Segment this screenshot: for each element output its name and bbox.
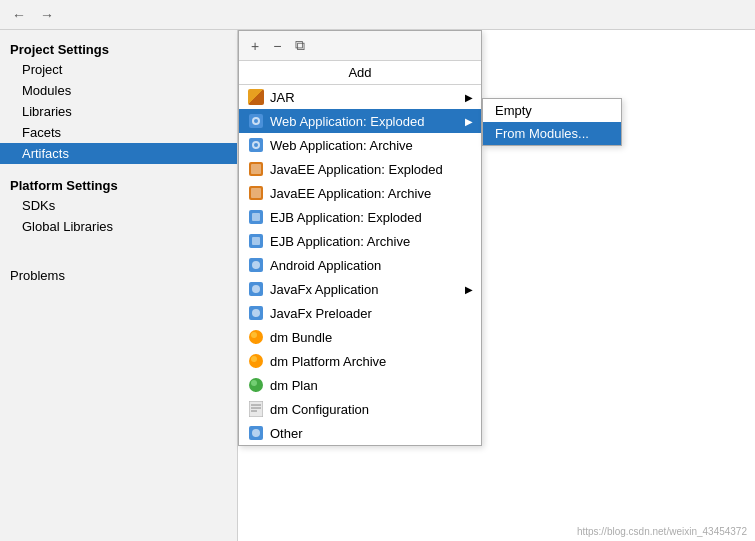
menu-item-javafx[interactable]: JavaFx Application ▶	[239, 277, 481, 301]
menu-item-dm-bundle[interactable]: dm Bundle	[239, 325, 481, 349]
remove-item-button[interactable]: −	[269, 36, 285, 56]
menu-item-dm-platform[interactable]: dm Platform Archive	[239, 349, 481, 373]
dm-platform-icon	[247, 352, 265, 370]
web-app-exploded-icon	[247, 112, 265, 130]
svg-point-2	[254, 119, 258, 123]
svg-rect-26	[249, 401, 263, 417]
menu-item-other[interactable]: Other	[239, 421, 481, 445]
menu-item-ejb-exploded[interactable]: EJB Application: Exploded	[239, 205, 481, 229]
add-menu-title: Add	[239, 61, 481, 85]
back-button[interactable]: ←	[8, 5, 30, 25]
jar-icon	[247, 88, 265, 106]
javafx-icon	[247, 280, 265, 298]
menu-item-javaee-archive[interactable]: JavaEE Application: Archive	[239, 181, 481, 205]
svg-rect-13	[252, 237, 260, 245]
svg-point-17	[252, 285, 260, 293]
svg-rect-7	[251, 164, 261, 174]
ejb-exploded-icon	[247, 208, 265, 226]
menu-item-web-app-exploded[interactable]: Web Application: Exploded ▶	[239, 109, 481, 133]
svg-rect-9	[251, 188, 261, 198]
svg-point-19	[252, 309, 260, 317]
dm-config-icon	[247, 400, 265, 418]
sidebar-item-project[interactable]: Project	[0, 59, 237, 80]
project-settings-title: Project Settings	[0, 36, 237, 59]
sidebar-item-global-libraries[interactable]: Global Libraries	[0, 216, 237, 237]
menu-item-dm-config[interactable]: dm Configuration	[239, 397, 481, 421]
copy-item-button[interactable]: ⧉	[291, 35, 309, 56]
sidebar-item-problems[interactable]: Problems	[10, 265, 227, 286]
svg-rect-11	[252, 213, 260, 221]
dm-plan-icon	[247, 376, 265, 394]
menu-item-jar[interactable]: JAR ▶	[239, 85, 481, 109]
arrow-icon: ▶	[465, 116, 473, 127]
svg-point-23	[251, 356, 257, 362]
javaee-exploded-icon	[247, 160, 265, 178]
nav-toolbar: ← →	[0, 0, 755, 30]
submenu-item-from-modules[interactable]: From Modules...	[483, 122, 621, 145]
menu-item-android[interactable]: Android Application	[239, 253, 481, 277]
arrow-icon: ▶	[465, 284, 473, 295]
svg-point-15	[252, 261, 260, 269]
svg-point-5	[254, 143, 258, 147]
menu-item-javafx-preloader[interactable]: JavaFx Preloader	[239, 301, 481, 325]
svg-point-31	[252, 429, 260, 437]
menu-item-javaee-exploded[interactable]: JavaEE Application: Exploded	[239, 157, 481, 181]
javafx-preloader-icon	[247, 304, 265, 322]
svg-point-21	[251, 332, 257, 338]
android-icon	[247, 256, 265, 274]
content-area: + − ⧉ Add JAR ▶ Web Application: Explode…	[238, 30, 755, 541]
submenu: Empty From Modules...	[482, 98, 622, 146]
watermark: https://blog.csdn.net/weixin_43454372	[577, 526, 747, 537]
menu-item-dm-plan[interactable]: dm Plan	[239, 373, 481, 397]
other-icon	[247, 424, 265, 442]
add-menu-toolbar: + − ⧉	[239, 31, 481, 61]
arrow-icon: ▶	[465, 92, 473, 103]
ejb-archive-icon	[247, 232, 265, 250]
platform-settings-title: Platform Settings	[0, 172, 237, 195]
sidebar-item-sdks[interactable]: SDKs	[0, 195, 237, 216]
svg-point-25	[251, 380, 257, 386]
add-item-button[interactable]: +	[247, 36, 263, 56]
javaee-archive-icon	[247, 184, 265, 202]
menu-item-web-app-archive[interactable]: Web Application: Archive	[239, 133, 481, 157]
sidebar-item-libraries[interactable]: Libraries	[0, 101, 237, 122]
sidebar-item-facets[interactable]: Facets	[0, 122, 237, 143]
forward-button[interactable]: →	[36, 5, 58, 25]
sidebar-item-modules[interactable]: Modules	[0, 80, 237, 101]
sidebar-item-artifacts[interactable]: Artifacts	[0, 143, 237, 164]
sidebar: Project Settings Project Modules Librari…	[0, 30, 238, 541]
submenu-item-empty[interactable]: Empty	[483, 99, 621, 122]
web-app-archive-icon	[247, 136, 265, 154]
dm-bundle-icon	[247, 328, 265, 346]
main-area: Project Settings Project Modules Librari…	[0, 30, 755, 541]
add-menu-panel: + − ⧉ Add JAR ▶ Web Application: Explode…	[238, 30, 482, 446]
menu-item-ejb-archive[interactable]: EJB Application: Archive	[239, 229, 481, 253]
